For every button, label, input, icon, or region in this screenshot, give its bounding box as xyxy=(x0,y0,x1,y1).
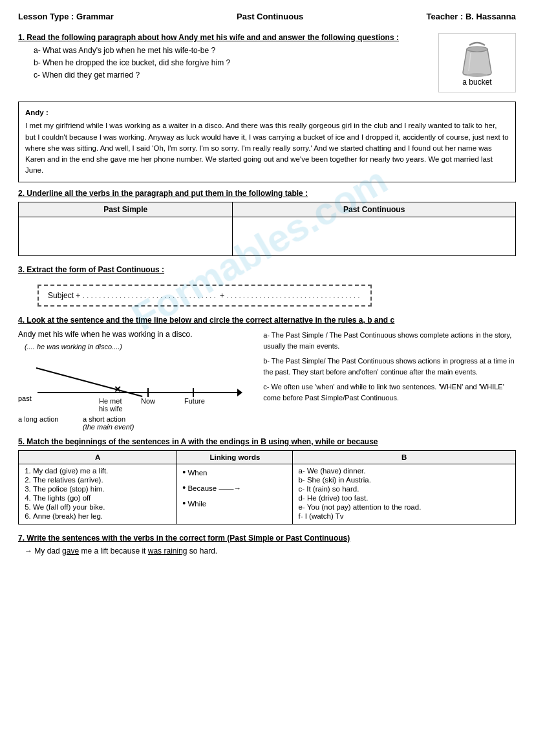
label-now: Now xyxy=(141,397,155,405)
reading-text: I met my girlfriend while I was working … xyxy=(25,120,509,176)
bucket-label: a bucket xyxy=(462,78,491,87)
table-row xyxy=(19,217,516,255)
q7-label: 7. Write the sentences with the verbs in… xyxy=(18,534,516,543)
formula-dots1: ................................. xyxy=(83,291,218,300)
q2-label: 2. Underline all the verbs in the paragr… xyxy=(18,189,516,198)
label-short-action: a short action xyxy=(83,415,125,423)
tick-future xyxy=(193,388,194,397)
past-simple-cell[interactable] xyxy=(19,217,233,255)
label-short-action-note: (the main event) xyxy=(83,423,134,431)
label-he-met: He met xyxy=(99,397,122,405)
teacher-name: Teacher : B. Hassanna xyxy=(427,12,516,21)
col-b-list: a- We (have) dinner. b- She (ski) in Aus… xyxy=(298,467,510,520)
link-word-while: While xyxy=(187,500,206,508)
col-b-header: B xyxy=(293,450,516,464)
timeline-arrow xyxy=(237,389,242,396)
timeline-left: Andy met his wife when he was working in… xyxy=(18,330,248,428)
timeline-diagram: ✕ past He met his wife Now Future a long… xyxy=(18,357,248,428)
rule-a: a- The Past Simple / The Past Continuous… xyxy=(263,330,516,352)
list-item: The relatives (arrive). xyxy=(33,476,171,484)
past-continuous-cell[interactable] xyxy=(233,217,516,255)
tick-now xyxy=(147,388,149,397)
q3-label: 3. Extract the form of Past Continuous : xyxy=(18,265,516,274)
label-past: past xyxy=(18,394,32,402)
page-title: Past Continuous xyxy=(237,12,303,21)
q4-label: 4. Look at the sentence and the time lin… xyxy=(18,316,516,325)
reading-passage: Andy : I met my girlfriend while I was w… xyxy=(18,102,516,182)
link-word-when: When xyxy=(187,469,207,477)
page-header: Lesson Type : Grammar Past Continuous Te… xyxy=(18,12,516,21)
timeline-section: Andy met his wife when he was working in… xyxy=(18,330,516,428)
question-4: 4. Look at the sentence and the time lin… xyxy=(18,316,516,428)
list-item: The lights (go) off xyxy=(33,494,171,502)
timeline-line xyxy=(37,392,241,393)
match-row: My dad (give) me a lift. The relatives (… xyxy=(19,464,516,524)
col-link-header: Linking words xyxy=(177,450,293,464)
match-table: A Linking words B My dad (give) me a lif… xyxy=(18,450,516,524)
label-his-wife: his wife xyxy=(99,405,123,413)
list-item: e- You (not pay) attention to the road. xyxy=(298,503,510,511)
question-1: 1. Read the following paragraph about ho… xyxy=(18,33,516,92)
q1-sub-a: a- What was Andy's job when he met his w… xyxy=(34,46,427,55)
speaker-label: Andy : xyxy=(25,107,509,118)
question-2: 2. Underline all the verbs in the paragr… xyxy=(18,189,516,256)
bucket-image-box: a bucket xyxy=(438,33,516,92)
list-item: d- He (drive) too fast. xyxy=(298,494,510,502)
q1-sub-b: b- When he dropped the ice bucket, did s… xyxy=(34,58,427,67)
bracket-label: (.... he was working in disco....) xyxy=(25,343,248,351)
q1-sub-questions: a- What was Andy's job when he met his w… xyxy=(34,46,427,80)
col-link-cell: • When • Because ——→ • While xyxy=(177,464,293,524)
verb-table: Past Simple Past Continuous xyxy=(18,202,516,256)
formula-subject: Subject + xyxy=(48,291,80,300)
list-item: My dad (give) me a lift. xyxy=(33,467,171,475)
question-3: 3. Extract the form of Past Continuous :… xyxy=(18,265,516,307)
bucket-icon xyxy=(458,39,497,78)
svg-point-1 xyxy=(467,73,487,77)
q1-label: 1. Read the following paragraph about ho… xyxy=(18,33,427,42)
col-a-header: A xyxy=(19,450,177,464)
list-item: a- We (have) dinner. xyxy=(298,467,510,475)
formula-plus: + xyxy=(220,291,224,300)
q7-answer: → My dad gave me a lift because it was r… xyxy=(25,546,516,556)
q1-sub-c: c- When did they get married ? xyxy=(34,70,427,80)
rule-c: c- We often use 'when' and while to link… xyxy=(263,382,516,404)
col-a-list: My dad (give) me a lift. The relatives (… xyxy=(24,467,171,520)
formula-box: Subject + ..............................… xyxy=(37,285,372,307)
list-item: Anne (break) her leg. xyxy=(33,512,171,520)
rules-box: a- The Past Simple / The Past Continuous… xyxy=(263,330,516,428)
col-past-continuous: Past Continuous xyxy=(233,202,516,217)
q5-label: 5. Match the beginnings of the sentences… xyxy=(18,437,516,446)
formula-dots2: ................................. xyxy=(226,291,361,300)
col-a-cell: My dad (give) me a lift. The relatives (… xyxy=(19,464,177,524)
label-long-action: a long action xyxy=(18,415,58,423)
list-item: The police (stop) him. xyxy=(33,485,171,493)
col-b-cell: a- We (have) dinner. b- She (ski) in Aus… xyxy=(293,464,516,524)
list-item: We (fall off) your bike. xyxy=(33,503,171,511)
rule-b: b- The Past Simple/ The Past Continuous … xyxy=(263,356,516,378)
label-future: Future xyxy=(184,397,205,405)
list-item: f- I (watch) Tv xyxy=(298,512,510,520)
list-item: c- It (rain) so hard. xyxy=(298,485,510,493)
link-word-because: Because xyxy=(187,484,217,492)
question-7: 7. Write the sentences with the verbs in… xyxy=(18,534,516,556)
question-5: 5. Match the beginnings of the sentences… xyxy=(18,437,516,524)
svg-point-0 xyxy=(467,47,487,52)
example-sentence: Andy met his wife when he was working in… xyxy=(18,330,248,339)
col-past-simple: Past Simple xyxy=(19,202,233,217)
lesson-type: Lesson Type : Grammar xyxy=(18,12,114,21)
list-item: b- She (ski) in Austria. xyxy=(298,476,510,484)
event-mark: ✕ xyxy=(114,384,122,394)
